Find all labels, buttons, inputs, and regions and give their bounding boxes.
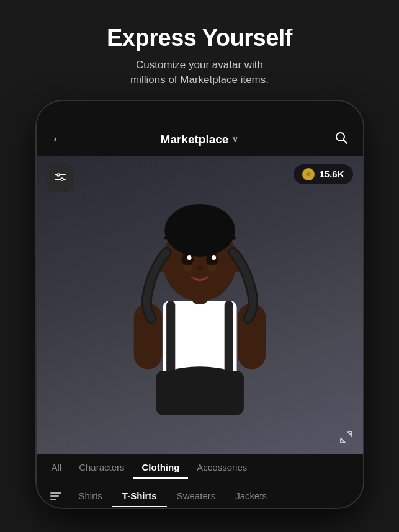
robux-amount: 15.6K (319, 169, 344, 179)
filter-line-3 (50, 499, 56, 500)
tab-clothing[interactable]: Clothing (133, 457, 189, 479)
nav-title: Marketplace ∨ (161, 133, 239, 146)
svg-point-23 (187, 255, 191, 259)
nav-bar: ← Marketplace ∨ (37, 123, 363, 156)
tab-characters[interactable]: Characters (70, 457, 133, 479)
phone-mockup: ← Marketplace ∨ (35, 100, 364, 509)
svg-point-20 (207, 264, 216, 271)
filter-line-1 (50, 492, 61, 494)
svg-point-5 (61, 178, 63, 180)
avatar-figure (37, 156, 363, 454)
category-tabs: All Characters Clothing Accessories (37, 454, 363, 482)
sub-tab-sweaters[interactable]: Sweaters (167, 485, 226, 507)
svg-point-24 (212, 255, 216, 259)
svg-line-27 (347, 432, 352, 436)
svg-line-28 (341, 438, 345, 443)
header-section: Express Yourself Customize your avatar w… (69, 0, 330, 100)
svg-point-19 (183, 264, 192, 271)
robux-coin-icon (302, 168, 315, 180)
subtitle: Customize your avatar withmillions of Ma… (107, 58, 292, 87)
svg-point-25 (196, 265, 203, 271)
sub-tabs: Shirts T-Shirts Sweaters Jackets (37, 482, 363, 509)
sub-tab-jackets[interactable]: Jackets (225, 485, 277, 507)
sub-tab-shirts[interactable]: Shirts (69, 485, 112, 507)
phone-top-bar (37, 101, 363, 123)
filter-line-2 (50, 495, 59, 497)
sub-filter-button[interactable] (43, 487, 69, 505)
svg-line-1 (343, 140, 347, 144)
filter-button[interactable] (47, 164, 74, 192)
svg-point-3 (57, 174, 60, 176)
sub-tab-tshirts[interactable]: T-Shirts (112, 485, 167, 507)
svg-rect-12 (156, 371, 244, 415)
svg-point-26 (164, 204, 235, 257)
tab-accessories[interactable]: Accessories (188, 457, 256, 479)
back-button[interactable]: ← (52, 131, 65, 148)
tab-all[interactable]: All (43, 457, 71, 479)
avatar-area (37, 156, 363, 454)
resize-icon[interactable] (339, 430, 353, 447)
avatar-content-area: 15.6K (37, 156, 363, 454)
marketplace-label: Marketplace (161, 133, 229, 146)
chevron-down-icon: ∨ (232, 135, 238, 144)
robux-badge: 15.6K (294, 164, 352, 184)
main-title: Express Yourself (107, 25, 292, 51)
search-icon[interactable] (334, 131, 348, 148)
